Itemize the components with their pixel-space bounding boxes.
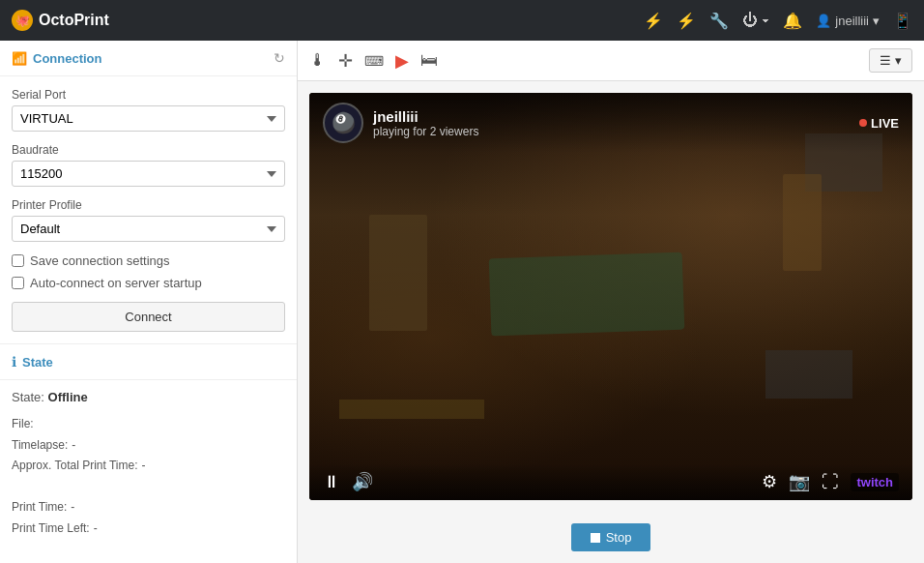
power-icon[interactable]: ⏻ ▾ bbox=[742, 12, 769, 29]
printer-profile-label: Printer Profile bbox=[12, 198, 285, 212]
user-dropdown-icon: ▾ bbox=[873, 14, 880, 28]
stop-button[interactable]: Stop bbox=[571, 523, 651, 551]
connection-body: Serial Port VIRTUAL Baudrate 115200 Prin… bbox=[0, 76, 297, 343]
state-body: State: Offline File: Timelapse: - Approx… bbox=[0, 380, 297, 549]
timelapse-value: - bbox=[72, 435, 75, 457]
baudrate-group: Baudrate 115200 bbox=[12, 143, 285, 187]
streamer-avatar: 🎱 bbox=[323, 103, 363, 143]
file-label: File: bbox=[12, 414, 34, 435]
serial-port-label: Serial Port bbox=[12, 88, 285, 102]
lightning2-icon[interactable]: ⚡ bbox=[677, 12, 696, 30]
navbar: 🐙 OctoPrint ⚡ ⚡ 🔧 ⏻ ▾ 🔔 👤 jneilliii ▾ 📱 bbox=[0, 0, 924, 41]
main-layout: 📶 Connection ↻ Serial Port VIRTUAL Baudr… bbox=[0, 41, 924, 563]
state-status: State: Offline bbox=[12, 390, 285, 404]
refresh-icon[interactable]: ↻ bbox=[274, 50, 285, 66]
serial-port-group: Serial Port VIRTUAL bbox=[12, 88, 285, 132]
video-decoration-5 bbox=[339, 400, 484, 419]
approx-row: Approx. Total Print Time: - bbox=[12, 456, 285, 477]
connection-label: Connection bbox=[33, 51, 102, 66]
approx-label: Approx. Total Print Time: bbox=[12, 456, 138, 477]
auto-connect-label: Auto-connect on server startup bbox=[30, 276, 202, 290]
stop-label: Stop bbox=[606, 530, 632, 545]
lightning1-icon[interactable]: ⚡ bbox=[644, 12, 663, 30]
pause-icon[interactable]: ⏸ bbox=[323, 472, 340, 492]
file-row: File: bbox=[12, 414, 285, 435]
video-decoration-6 bbox=[765, 350, 852, 399]
info-icon: ℹ bbox=[12, 354, 16, 370]
video-wrapper: 🎱 jneilliii playing for 2 viewers LIVE ⏸… bbox=[309, 93, 912, 500]
video-decoration-4 bbox=[783, 174, 822, 271]
timelapse-label: Timelapse: bbox=[12, 435, 68, 457]
stop-icon bbox=[591, 533, 600, 543]
volume-icon[interactable]: 🔊 bbox=[352, 471, 373, 492]
printer-profile-group: Printer Profile Default bbox=[12, 198, 285, 242]
auto-connect-row: Auto-connect on server startup bbox=[12, 276, 285, 290]
state-title: State bbox=[22, 355, 53, 370]
streamer-name: jneilliii bbox=[373, 108, 850, 125]
streamer-info: jneilliii playing for 2 viewers bbox=[373, 108, 850, 138]
approx-value: - bbox=[142, 456, 146, 477]
live-dot bbox=[859, 119, 867, 127]
video-decoration-1 bbox=[369, 215, 427, 331]
wrench-icon[interactable]: 🔧 bbox=[709, 12, 729, 30]
state-section-header: ℹ State bbox=[0, 343, 297, 380]
mobile-icon[interactable]: 📱 bbox=[893, 12, 912, 30]
record-icon[interactable]: ▶ bbox=[395, 50, 409, 72]
user-icon: 👤 bbox=[816, 14, 831, 28]
bed-icon[interactable]: 🛏 bbox=[420, 50, 438, 71]
printer-profile-select[interactable]: Default bbox=[12, 216, 285, 242]
menu-dropdown-icon: ▾ bbox=[895, 53, 902, 68]
bell-icon[interactable]: 🔔 bbox=[783, 12, 802, 30]
serial-port-select[interactable]: VIRTUAL bbox=[12, 105, 285, 132]
timelapse-row: Timelapse: - bbox=[12, 435, 285, 457]
state-value: Offline bbox=[48, 390, 88, 404]
print-time-row: Print Time: - bbox=[12, 497, 285, 519]
username: jneilliii bbox=[835, 14, 869, 28]
toolbar-menu-button[interactable]: ☰ ▾ bbox=[869, 48, 912, 73]
streamer-subtitle: playing for 2 viewers bbox=[373, 125, 850, 138]
stream-overlay-top: 🎱 jneilliii playing for 2 viewers LIVE bbox=[309, 93, 912, 153]
state-label: State: bbox=[12, 390, 44, 404]
baudrate-select[interactable]: 115200 bbox=[12, 161, 285, 187]
state-info: File: Timelapse: - Approx. Total Print T… bbox=[12, 414, 285, 540]
user-menu[interactable]: 👤 jneilliii ▾ bbox=[816, 14, 880, 28]
save-settings-row: Save connection settings bbox=[12, 253, 285, 268]
video-container: 🎱 jneilliii playing for 2 viewers LIVE ⏸… bbox=[309, 93, 912, 500]
save-settings-label: Save connection settings bbox=[30, 253, 170, 268]
temperature-icon[interactable]: 🌡 bbox=[309, 50, 327, 71]
print-time-left-label: Print Time Left: bbox=[12, 519, 90, 540]
print-time-value: - bbox=[71, 497, 74, 519]
video-decoration-2 bbox=[489, 252, 685, 337]
connect-button[interactable]: Connect bbox=[12, 302, 285, 332]
baudrate-label: Baudrate bbox=[12, 143, 285, 157]
save-settings-checkbox[interactable] bbox=[12, 254, 24, 267]
brand-icon: 🐙 bbox=[12, 10, 33, 31]
screenshot-icon[interactable]: 📷 bbox=[789, 471, 810, 492]
connection-section-header: 📶 Connection ↻ bbox=[0, 41, 297, 76]
brand: 🐙 OctoPrint bbox=[12, 10, 109, 31]
fullscreen-icon[interactable]: ⛶ bbox=[822, 472, 839, 492]
brand-name: OctoPrint bbox=[39, 12, 109, 29]
live-label: LIVE bbox=[871, 116, 899, 131]
print-time-left-value: - bbox=[94, 519, 98, 540]
print-time-left-row: Print Time Left: - bbox=[12, 519, 285, 540]
avatar-emoji: 🎱 bbox=[332, 111, 356, 134]
toolbar: 🌡 ✛ ⌨ ▶ 🛏 ☰ ▾ bbox=[298, 41, 924, 81]
main-content: 🌡 ✛ ⌨ ▶ 🛏 ☰ ▾ bbox=[298, 41, 924, 563]
navbar-icons: ⚡ ⚡ 🔧 ⏻ ▾ 🔔 👤 jneilliii ▾ 📱 bbox=[644, 12, 912, 30]
move-icon[interactable]: ✛ bbox=[338, 50, 353, 72]
hamburger-icon: ☰ bbox=[880, 53, 891, 68]
live-badge: LIVE bbox=[859, 116, 899, 131]
settings-icon[interactable]: ⚙ bbox=[762, 471, 777, 492]
signal-icon: 📶 bbox=[12, 51, 27, 66]
print-time-label: Print Time: bbox=[12, 497, 67, 519]
stop-area: Stop bbox=[298, 512, 924, 563]
terminal-icon[interactable]: ⌨ bbox=[364, 53, 384, 69]
stream-overlay-bottom: ⏸ 🔊 ⚙ 📷 ⛶ twitch bbox=[309, 463, 912, 500]
sidebar: 📶 Connection ↻ Serial Port VIRTUAL Baudr… bbox=[0, 41, 298, 563]
twitch-logo: twitch bbox=[851, 473, 899, 491]
auto-connect-checkbox[interactable] bbox=[12, 277, 24, 289]
connection-title: 📶 Connection bbox=[12, 51, 102, 66]
